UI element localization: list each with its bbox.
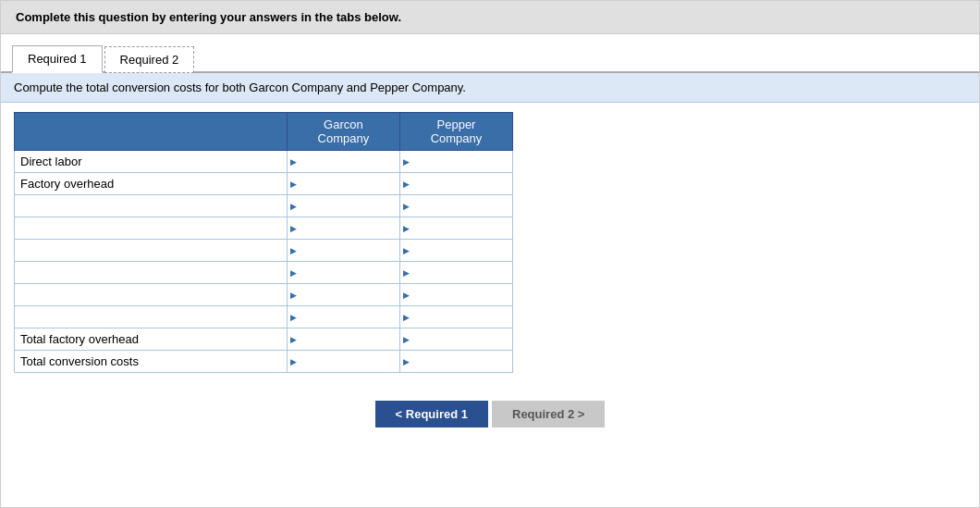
pepper-cell-3[interactable] bbox=[399, 217, 512, 240]
tab-required-2[interactable]: Required 2 bbox=[104, 46, 195, 73]
pepper-cell-7[interactable] bbox=[399, 306, 512, 328]
pepper-cell-1[interactable] bbox=[399, 173, 512, 195]
pepper-input-0[interactable] bbox=[400, 152, 512, 172]
pepper-input-7[interactable] bbox=[400, 307, 512, 328]
garcon-cell-7[interactable] bbox=[287, 306, 399, 328]
garcon-input-2[interactable] bbox=[288, 196, 399, 217]
garcon-cell-5[interactable] bbox=[287, 262, 399, 284]
row-label-1: Factory overhead bbox=[15, 173, 288, 195]
pepper-input-5[interactable] bbox=[400, 263, 512, 283]
main-content: Required 1 Required 2 Compute the total … bbox=[0, 34, 980, 508]
garcon-cell-1[interactable] bbox=[287, 173, 399, 195]
pepper-input-2[interactable] bbox=[400, 196, 512, 217]
row-label-9: Total conversion costs bbox=[15, 351, 288, 373]
pepper-cell-6[interactable] bbox=[399, 284, 512, 306]
col-header-garcon: Garcon Company bbox=[287, 113, 399, 151]
tabs-row: Required 1 Required 2 bbox=[1, 34, 979, 73]
outer-container: Complete this question by entering your … bbox=[0, 0, 980, 508]
garcon-input-8[interactable] bbox=[288, 329, 399, 350]
garcon-input-3[interactable] bbox=[288, 218, 399, 239]
bottom-nav: < Required 1 Required 2 > bbox=[1, 391, 979, 440]
pepper-input-6[interactable] bbox=[400, 285, 512, 305]
garcon-input-1[interactable] bbox=[288, 174, 399, 194]
col-header-label bbox=[15, 113, 288, 151]
garcon-input-9[interactable] bbox=[288, 352, 399, 372]
garcon-cell-3[interactable] bbox=[287, 217, 399, 240]
pepper-cell-8[interactable] bbox=[399, 328, 512, 351]
row-label-6 bbox=[15, 284, 288, 306]
pepper-input-3[interactable] bbox=[400, 218, 512, 239]
garcon-cell-4[interactable] bbox=[287, 240, 399, 262]
garcon-input-6[interactable] bbox=[288, 285, 399, 305]
row-label-5 bbox=[15, 262, 288, 284]
instruction-text: Complete this question by entering your … bbox=[16, 10, 401, 24]
table-area: Garcon Company Pepper Company Direct lab… bbox=[1, 103, 979, 391]
instruction-bar: Complete this question by entering your … bbox=[0, 0, 980, 34]
garcon-cell-2[interactable] bbox=[287, 195, 399, 217]
prev-required-button[interactable]: < Required 1 bbox=[375, 401, 488, 427]
row-label-4 bbox=[15, 240, 288, 262]
pepper-input-8[interactable] bbox=[400, 329, 512, 350]
pepper-cell-5[interactable] bbox=[399, 262, 512, 284]
garcon-input-5[interactable] bbox=[288, 263, 399, 283]
row-label-3 bbox=[15, 217, 288, 240]
garcon-cell-6[interactable] bbox=[287, 284, 399, 306]
pepper-cell-4[interactable] bbox=[399, 240, 512, 262]
pepper-cell-9[interactable] bbox=[399, 351, 512, 373]
pepper-cell-0[interactable] bbox=[399, 151, 512, 173]
pepper-input-9[interactable] bbox=[400, 352, 512, 372]
row-label-8: Total factory overhead bbox=[15, 328, 288, 351]
row-label-0: Direct labor bbox=[15, 151, 288, 173]
garcon-input-4[interactable] bbox=[288, 241, 399, 261]
garcon-input-7[interactable] bbox=[288, 307, 399, 328]
tab-required-1[interactable]: Required 1 bbox=[12, 45, 103, 73]
garcon-cell-9[interactable] bbox=[287, 351, 399, 373]
pepper-cell-2[interactable] bbox=[399, 195, 512, 217]
garcon-cell-0[interactable] bbox=[287, 151, 399, 173]
next-required-button[interactable]: Required 2 > bbox=[492, 401, 605, 427]
question-prompt: Compute the total conversion costs for b… bbox=[1, 73, 979, 103]
garcon-input-0[interactable] bbox=[288, 152, 399, 172]
garcon-cell-8[interactable] bbox=[287, 328, 399, 351]
pepper-input-4[interactable] bbox=[400, 241, 512, 261]
col-header-pepper: Pepper Company bbox=[399, 113, 512, 151]
pepper-input-1[interactable] bbox=[400, 174, 512, 194]
row-label-2 bbox=[15, 195, 288, 217]
conversion-cost-table: Garcon Company Pepper Company Direct lab… bbox=[14, 112, 513, 373]
row-label-7 bbox=[15, 306, 288, 328]
